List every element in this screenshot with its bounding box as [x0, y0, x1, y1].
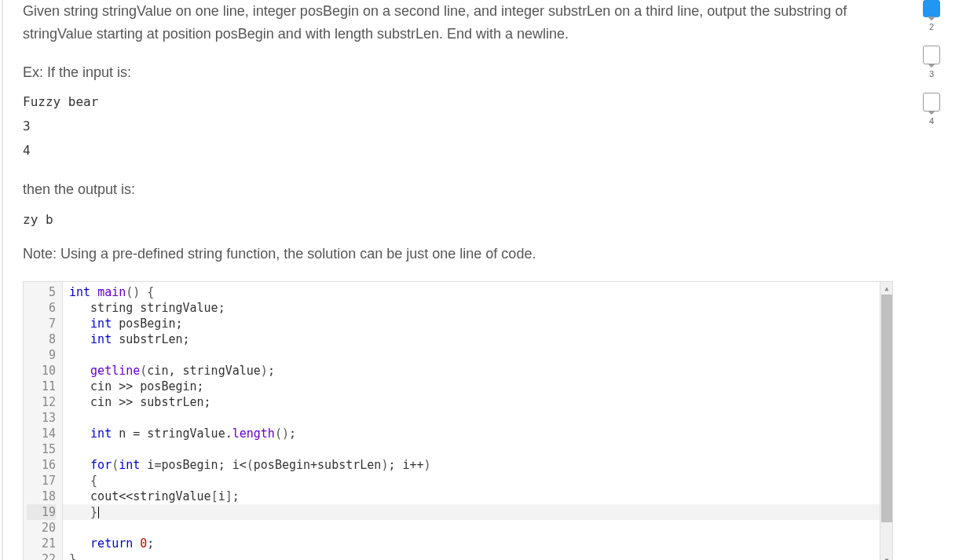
- code-line[interactable]: int main() {: [63, 284, 880, 300]
- scroll-down-arrow[interactable]: ▼: [880, 554, 893, 560]
- line-number: 22: [27, 551, 56, 560]
- progress-badge-checked[interactable]: [923, 0, 940, 17]
- scroll-up-arrow[interactable]: ▲: [880, 282, 893, 295]
- line-number: 18: [27, 489, 56, 504]
- problem-note: Note: Using a pre-defined string functio…: [23, 243, 893, 265]
- line-number: 11: [27, 379, 56, 394]
- problem-description: Given string stringValue on one line, in…: [23, 0, 893, 46]
- line-number: 13: [27, 410, 56, 426]
- example-input: Fuzzy bear 3 4: [23, 91, 893, 162]
- badge-number-4: 4: [929, 116, 934, 126]
- code-line[interactable]: [63, 441, 880, 457]
- input-line-3: 4: [23, 140, 893, 163]
- line-number-gutter: 5678910111213141516171819202122: [24, 282, 63, 560]
- line-number: 14: [27, 426, 56, 441]
- line-number: 20: [27, 520, 56, 536]
- code-line[interactable]: }: [63, 504, 880, 520]
- output-label: then the output is:: [23, 178, 893, 201]
- code-line[interactable]: int substrLen;: [63, 331, 880, 347]
- example-output: zy b: [23, 209, 893, 232]
- code-line[interactable]: int posBegin;: [63, 316, 880, 331]
- line-number: 16: [27, 457, 56, 473]
- code-line[interactable]: cout<<stringValue[i];: [63, 489, 880, 504]
- code-line[interactable]: getline(cin, stringValue);: [63, 363, 880, 379]
- example-label: Ex: If the input is:: [23, 61, 893, 84]
- scrollbar[interactable]: ▲ ▼: [880, 282, 892, 560]
- code-line[interactable]: }: [63, 551, 880, 560]
- progress-badge-4[interactable]: [923, 93, 940, 112]
- line-number: 8: [27, 331, 56, 347]
- badge-number-3: 3: [929, 69, 934, 79]
- code-line[interactable]: for(int i=posBegin; i<(posBegin+substrLe…: [63, 457, 880, 473]
- line-number: 5: [27, 284, 56, 300]
- code-line[interactable]: {: [63, 473, 880, 489]
- input-line-2: 3: [23, 115, 893, 138]
- line-number: 7: [27, 316, 56, 331]
- code-line[interactable]: string stringValue;: [63, 300, 880, 316]
- code-line[interactable]: return 0;: [63, 536, 880, 551]
- code-content[interactable]: int main() { string stringValue; int pos…: [63, 282, 880, 560]
- progress-sidebar: 2 3 4: [920, 0, 943, 140]
- code-line[interactable]: [63, 347, 880, 363]
- line-number: 21: [27, 536, 56, 551]
- input-line-1: Fuzzy bear: [23, 91, 893, 114]
- line-number: 10: [27, 363, 56, 379]
- line-number: 9: [27, 347, 56, 363]
- code-line[interactable]: cin >> substrLen;: [63, 394, 880, 410]
- scroll-thumb[interactable]: [881, 295, 892, 522]
- line-number: 19: [27, 504, 56, 520]
- code-editor[interactable]: 5678910111213141516171819202122 int main…: [23, 281, 893, 560]
- progress-badge-3[interactable]: [923, 46, 940, 64]
- code-line[interactable]: [63, 520, 880, 536]
- line-number: 15: [27, 441, 56, 457]
- line-number: 17: [27, 473, 56, 489]
- line-number: 6: [27, 300, 56, 316]
- code-line[interactable]: cin >> posBegin;: [63, 379, 880, 394]
- code-line[interactable]: [63, 410, 880, 426]
- line-number: 12: [27, 394, 56, 410]
- code-line[interactable]: int n = stringValue.length();: [63, 426, 880, 441]
